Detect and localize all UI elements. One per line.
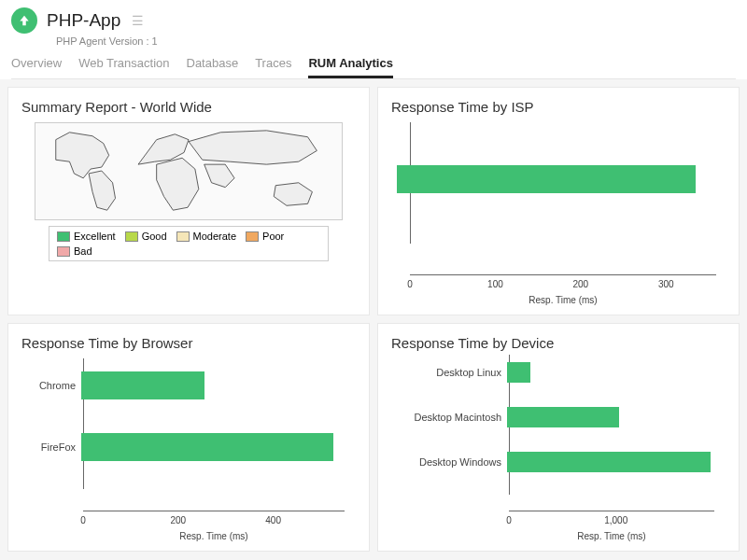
tick: 200 [170,515,186,525]
bars: Desktop LinuxDesktop MacintoshDesktop Wi… [391,358,726,539]
x-axis-label: Resp. Time (ms) [577,531,645,541]
chart-browser: ChromeFireFox Resp. Time (ms) 0200400 [21,358,356,539]
panel-title: Response Time by Device [391,335,726,351]
map-legend: Excellent Good Moderate Poor Bad [49,226,329,261]
tab-traces[interactable]: Traces [255,56,291,78]
world-map-svg [35,122,343,220]
bars: ChromeFireFox [21,358,356,539]
chart-isp: Resp. Time (ms) 0100200300 [391,122,726,303]
x-axis-label: Resp. Time (ms) [179,531,247,541]
bar [507,452,711,472]
bar-label: Chrome [21,380,81,391]
menu-icon[interactable]: ☰ [132,14,144,27]
legend-good: Good [125,231,167,242]
tab-database[interactable]: Database [187,56,239,78]
tab-bar: Overview Web Transaction Database Traces… [11,56,736,79]
panel-title: Summary Report - World Wide [21,99,356,115]
up-arrow-icon [18,14,31,27]
bar [81,371,204,399]
bars [391,122,726,303]
bar-row: FireFox [21,433,356,461]
legend-moderate: Moderate [176,231,236,242]
app-status-icon [11,7,37,34]
x-axis: Resp. Time (ms) 0200400 [83,511,345,511]
legend-bad: Bad [57,245,92,257]
tab-overview[interactable]: Overview [11,56,62,78]
chart-device: Desktop LinuxDesktop MacintoshDesktop Wi… [391,358,726,539]
bar-label: Desktop Macintosh [391,412,507,423]
x-axis: Resp. Time (ms) 0100200300 [410,274,716,275]
dashboard-grid: Summary Report - World Wide Excellent Go… [0,79,747,559]
tick: 1,000 [604,515,627,525]
x-axis-label: Resp. Time (ms) [529,295,597,305]
tick: 200 [573,279,589,289]
app-subtitle: PHP Agent Version : 1 [56,35,736,47]
panel-world-summary: Summary Report - World Wide Excellent Go… [7,87,370,315]
app-title: PHP-App [47,10,120,31]
bar-row [391,165,726,193]
tick: 0 [407,279,413,289]
bar [507,362,530,383]
panel-response-isp: Response Time by ISP Resp. Time (ms) 010… [377,87,740,315]
bar [81,433,333,461]
legend-poor: Poor [246,231,284,242]
tab-rum-analytics[interactable]: RUM Analytics [308,56,393,78]
bar-label: Desktop Linux [391,367,507,378]
panel-title: Response Time by Browser [21,335,356,351]
legend-excellent: Excellent [57,231,116,242]
tick: 0 [80,515,86,525]
bar-label: FireFox [21,441,81,453]
panel-title: Response Time by ISP [391,99,726,115]
bar-label: Desktop Windows [391,456,507,468]
tick: 0 [506,515,512,525]
bar-row: Desktop Windows [391,452,726,472]
tick: 300 [658,279,674,289]
panel-response-device: Response Time by Device Desktop LinuxDes… [377,323,740,552]
bar-row: Desktop Macintosh [391,407,726,427]
tick: 100 [487,279,503,289]
panel-response-browser: Response Time by Browser ChromeFireFox R… [7,323,370,552]
tab-web-transaction[interactable]: Web Transaction [78,56,169,78]
bar [507,407,619,427]
x-axis: Resp. Time (ms) 01,000 [509,511,714,511]
app-header: PHP-App ☰ PHP Agent Version : 1 Overview… [0,0,747,79]
bar-row: Chrome [21,371,356,399]
tick: 400 [265,515,281,525]
bar-row: Desktop Linux [391,362,726,383]
world-map [21,122,356,220]
bar [397,165,696,193]
